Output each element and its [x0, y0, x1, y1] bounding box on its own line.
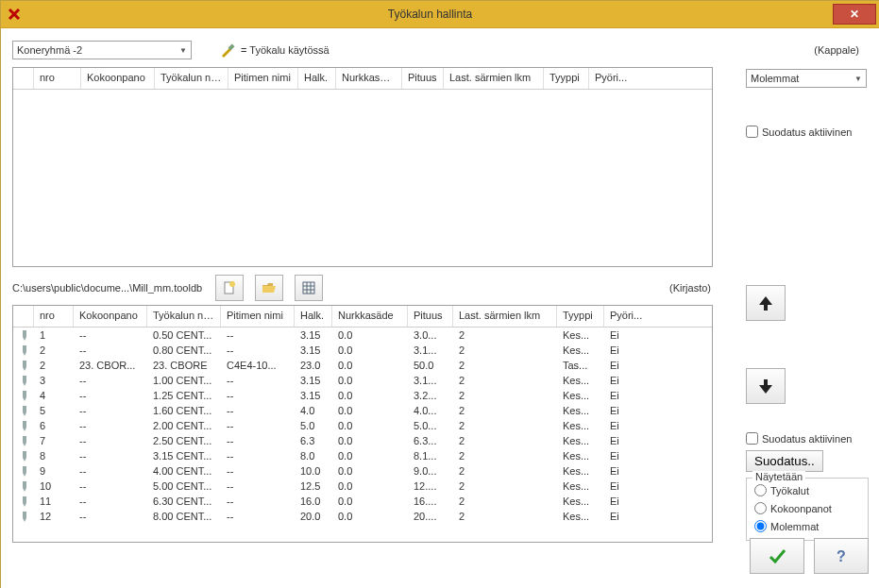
table-row[interactable]: 8--3.15 CENT...--8.00.08.1...2Kes...Ei [13, 448, 712, 463]
table-row[interactable]: 11--6.30 CENT...--16.00.016....2Kes...Ei [13, 494, 712, 509]
db-path: C:\users\public\docume...\Mill_mm.tooldb [12, 282, 202, 294]
close-button[interactable]: ✕ [833, 4, 876, 25]
svg-rect-20 [23, 512, 26, 518]
machine-group-select[interactable]: Koneryhmä -2 ▼ [12, 41, 192, 59]
display-both-radio[interactable] [754, 520, 767, 532]
col-last[interactable]: Last. särmien lkm [444, 68, 544, 89]
tool-icon [13, 420, 34, 431]
open-button[interactable] [255, 275, 283, 301]
tool-icon [13, 465, 34, 477]
display-assemblies-radio[interactable] [754, 502, 767, 514]
view-mode-select[interactable]: Molemmat ▼ [746, 69, 867, 88]
lib-col-pyori[interactable]: Pyöri... [604, 306, 661, 327]
filter-active-2-label: Suodatus aktiivinen [762, 433, 852, 445]
svg-rect-11 [23, 376, 26, 382]
filter-active-1-checkbox[interactable] [746, 126, 758, 138]
arrow-up-icon [756, 294, 775, 312]
tool-icon [13, 496, 34, 507]
new-doc-button[interactable] [215, 275, 244, 301]
chevron-down-icon: ▼ [179, 46, 187, 55]
col-tyokalun-nimi[interactable]: Työkalun nimi [155, 68, 228, 89]
tool-icon [13, 405, 34, 416]
window-title: Työkalun hallinta [27, 8, 833, 21]
tool-icon [13, 360, 34, 371]
svg-rect-10 [23, 361, 26, 367]
part-table-body [13, 90, 712, 265]
table-row[interactable]: 2--0.80 CENT...--3.150.03.1...2Kes...Ei [13, 343, 712, 358]
library-table-body[interactable]: 1--0.50 CENT...--3.150.03.0...2Kes...Ei2… [13, 328, 712, 541]
col-nurkkasade[interactable]: Nurkkasäde [336, 68, 402, 89]
svg-rect-12 [23, 391, 26, 397]
table-row[interactable]: 10--5.00 CENT...--12.50.012....2Kes...Ei [13, 479, 712, 494]
svg-point-2 [229, 281, 235, 287]
chevron-down-icon: ▼ [854, 75, 862, 83]
lib-col-last[interactable]: Last. särmien lkm [453, 306, 557, 327]
display-tools-label: Työkalut [770, 485, 809, 496]
svg-rect-8 [23, 330, 26, 337]
svg-rect-17 [23, 466, 26, 473]
ok-button[interactable] [750, 538, 804, 574]
col-pitimen-nimi[interactable]: Pitimen nimi [228, 68, 298, 89]
library-table[interactable]: nro Kokoonpano Työkalun nimi Pitimen nim… [12, 305, 713, 543]
table-row[interactable]: 9--4.00 CENT...--10.00.09.0...2Kes...Ei [13, 463, 712, 479]
brush-icon [220, 42, 235, 58]
col-halk[interactable]: Halk. [298, 68, 336, 89]
move-up-button[interactable] [746, 285, 786, 321]
col-pyori[interactable]: Pyöri... [589, 68, 646, 89]
lib-col-tyokalun-nimi[interactable]: Työkalun nimi [147, 306, 221, 327]
close-icon: ✕ [850, 8, 859, 21]
table-row[interactable]: 223. CBOR...23. CBOREC4E4-10...23.00.050… [13, 358, 712, 373]
svg-rect-15 [23, 436, 26, 443]
app-icon [7, 7, 22, 22]
lib-col-pituus[interactable]: Pituus [408, 306, 453, 327]
tool-icon [13, 390, 34, 401]
svg-rect-13 [23, 406, 26, 412]
tool-icon [13, 375, 34, 386]
table-row[interactable]: 7--2.50 CENT...--6.30.06.3...2Kes...Ei [13, 433, 712, 448]
svg-rect-19 [23, 496, 26, 503]
display-tools-radio[interactable] [754, 484, 767, 496]
col-tyyppi[interactable]: Tyyppi [544, 68, 589, 89]
library-table-header: nro Kokoonpano Työkalun nimi Pitimen nim… [13, 306, 712, 328]
move-down-button[interactable] [746, 368, 786, 404]
grid-button[interactable] [295, 275, 323, 301]
table-row[interactable]: 6--2.00 CENT...--5.00.05.0...2Kes...Ei [13, 418, 712, 433]
part-section-label: (Kappale) [814, 44, 859, 56]
display-assemblies-label: Kokoonpanot [770, 503, 832, 514]
legend-text: = Työkalu käytössä [241, 44, 330, 56]
filter-button[interactable]: Suodatus.. [746, 450, 823, 472]
new-doc-icon [222, 280, 237, 295]
view-mode-value: Molemmat [751, 73, 799, 84]
table-row[interactable]: 1--0.50 CENT...--3.150.03.0...2Kes...Ei [13, 328, 712, 343]
svg-rect-9 [23, 345, 26, 352]
lib-col-halk[interactable]: Halk. [295, 306, 332, 327]
help-button[interactable]: ? [814, 538, 869, 574]
table-row[interactable]: 3--1.00 CENT...--3.150.03.1...2Kes...Ei [13, 373, 712, 388]
lib-col-nurkkasade[interactable]: Nurkkasäde [332, 306, 408, 327]
display-group-title: Näytetään [752, 471, 805, 482]
tool-icon [13, 344, 34, 356]
lib-col-pitimen-nimi[interactable]: Pitimen nimi [221, 306, 295, 327]
filter-active-1-label: Suodatus aktiivinen [762, 126, 852, 138]
filter-active-2-checkbox[interactable] [746, 432, 758, 445]
col-pituus[interactable]: Pituus [402, 68, 444, 89]
tool-icon [13, 480, 34, 492]
arrow-down-icon [756, 377, 775, 395]
table-row[interactable]: 5--1.60 CENT...--4.00.04.0...2Kes...Ei [13, 403, 712, 418]
titlebar: Työkalun hallinta ✕ [1, 1, 879, 28]
lib-col-nro[interactable]: nro [34, 306, 74, 327]
svg-rect-3 [303, 282, 314, 294]
table-row[interactable]: 4--1.25 CENT...--3.150.03.2...2Kes...Ei [13, 388, 712, 403]
svg-rect-14 [23, 421, 26, 428]
col-kokoonpano[interactable]: Kokoonpano [81, 68, 155, 89]
svg-rect-16 [23, 451, 26, 458]
lib-col-kokoonpano[interactable]: Kokoonpano [74, 306, 147, 327]
col-nro[interactable]: nro [34, 68, 81, 89]
tool-icon [13, 435, 34, 446]
table-row[interactable]: 12--8.00 CENT...--20.00.020....2Kes...Ei [13, 509, 712, 524]
part-table[interactable]: nro Kokoonpano Työkalun nimi Pitimen nim… [12, 67, 713, 267]
part-table-header: nro Kokoonpano Työkalun nimi Pitimen nim… [13, 68, 712, 90]
lib-col-tyyppi[interactable]: Tyyppi [557, 306, 604, 327]
grid-icon [301, 280, 316, 295]
display-group: Näytetään Työkalut Kokoonpanot Molemmat [746, 478, 869, 541]
